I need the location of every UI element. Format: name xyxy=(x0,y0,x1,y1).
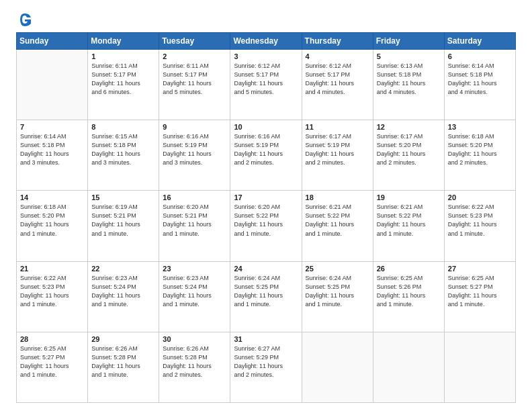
day-number: 2 xyxy=(163,52,226,60)
day-number: 16 xyxy=(163,193,226,201)
calendar-cell: 8Sunrise: 6:15 AM Sunset: 5:18 PM Daylig… xyxy=(88,120,159,191)
day-info: Sunrise: 6:17 AM Sunset: 5:20 PM Dayligh… xyxy=(377,132,441,167)
day-number: 17 xyxy=(234,193,298,201)
calendar-week-2: 7Sunrise: 6:14 AM Sunset: 5:18 PM Daylig… xyxy=(17,120,516,191)
calendar-cell: 2Sunrise: 6:11 AM Sunset: 5:17 PM Daylig… xyxy=(159,50,230,120)
calendar-header-tuesday: Tuesday xyxy=(159,33,230,50)
day-info: Sunrise: 6:18 AM Sunset: 5:20 PM Dayligh… xyxy=(20,203,84,238)
day-number: 26 xyxy=(377,265,441,273)
calendar-week-5: 28Sunrise: 6:25 AM Sunset: 5:27 PM Dayli… xyxy=(17,332,516,402)
calendar-header-row: SundayMondayTuesdayWednesdayThursdayFrid… xyxy=(17,33,516,50)
day-info: Sunrise: 6:24 AM Sunset: 5:25 PM Dayligh… xyxy=(306,274,369,309)
day-number: 15 xyxy=(91,193,155,201)
calendar-cell: 26Sunrise: 6:25 AM Sunset: 5:26 PM Dayli… xyxy=(373,261,444,332)
calendar-cell: 13Sunrise: 6:18 AM Sunset: 5:20 PM Dayli… xyxy=(444,120,515,191)
day-info: Sunrise: 6:26 AM Sunset: 5:28 PM Dayligh… xyxy=(91,345,155,379)
day-info: Sunrise: 6:16 AM Sunset: 5:19 PM Dayligh… xyxy=(163,132,226,167)
day-info: Sunrise: 6:14 AM Sunset: 5:18 PM Dayligh… xyxy=(448,62,512,97)
day-number: 22 xyxy=(91,265,155,273)
calendar-cell: 12Sunrise: 6:17 AM Sunset: 5:20 PM Dayli… xyxy=(373,120,444,191)
calendar-header-saturday: Saturday xyxy=(444,33,515,50)
day-info: Sunrise: 6:22 AM Sunset: 5:23 PM Dayligh… xyxy=(448,203,512,238)
calendar-cell: 23Sunrise: 6:23 AM Sunset: 5:24 PM Dayli… xyxy=(159,261,230,332)
day-number: 19 xyxy=(377,193,441,201)
calendar-week-4: 21Sunrise: 6:22 AM Sunset: 5:23 PM Dayli… xyxy=(17,261,516,332)
logo xyxy=(16,12,32,27)
day-number: 3 xyxy=(234,52,298,60)
day-info: Sunrise: 6:20 AM Sunset: 5:21 PM Dayligh… xyxy=(163,203,226,238)
calendar-cell: 17Sunrise: 6:20 AM Sunset: 5:22 PM Dayli… xyxy=(230,191,302,261)
day-number: 11 xyxy=(306,123,369,131)
calendar-header-monday: Monday xyxy=(88,33,159,50)
day-number: 29 xyxy=(91,335,155,343)
calendar-cell: 28Sunrise: 6:25 AM Sunset: 5:27 PM Dayli… xyxy=(17,332,88,402)
day-info: Sunrise: 6:25 AM Sunset: 5:27 PM Dayligh… xyxy=(20,345,84,379)
calendar-week-3: 14Sunrise: 6:18 AM Sunset: 5:20 PM Dayli… xyxy=(17,191,516,261)
day-info: Sunrise: 6:24 AM Sunset: 5:25 PM Dayligh… xyxy=(234,274,298,309)
logo-icon xyxy=(17,12,32,27)
day-number: 21 xyxy=(20,265,84,273)
calendar-cell xyxy=(17,50,88,120)
day-number: 31 xyxy=(234,335,298,343)
calendar-cell: 11Sunrise: 6:17 AM Sunset: 5:19 PM Dayli… xyxy=(302,120,373,191)
calendar-cell: 29Sunrise: 6:26 AM Sunset: 5:28 PM Dayli… xyxy=(88,332,159,402)
calendar-cell: 4Sunrise: 6:12 AM Sunset: 5:17 PM Daylig… xyxy=(302,50,373,120)
calendar-header-friday: Friday xyxy=(373,33,444,50)
calendar-cell: 30Sunrise: 6:26 AM Sunset: 5:28 PM Dayli… xyxy=(159,332,230,402)
calendar-header-thursday: Thursday xyxy=(302,33,373,50)
day-number: 14 xyxy=(20,193,84,201)
day-info: Sunrise: 6:16 AM Sunset: 5:19 PM Dayligh… xyxy=(234,132,298,167)
calendar-cell: 1Sunrise: 6:11 AM Sunset: 5:17 PM Daylig… xyxy=(88,50,159,120)
day-number: 8 xyxy=(91,123,155,131)
day-number: 23 xyxy=(163,265,226,273)
calendar-cell: 6Sunrise: 6:14 AM Sunset: 5:18 PM Daylig… xyxy=(444,50,515,120)
day-number: 9 xyxy=(163,123,226,131)
calendar-cell: 18Sunrise: 6:21 AM Sunset: 5:22 PM Dayli… xyxy=(302,191,373,261)
day-number: 7 xyxy=(20,123,84,131)
calendar-cell: 22Sunrise: 6:23 AM Sunset: 5:24 PM Dayli… xyxy=(88,261,159,332)
day-number: 27 xyxy=(448,265,512,273)
day-number: 12 xyxy=(377,123,441,131)
day-number: 5 xyxy=(377,52,441,60)
day-number: 24 xyxy=(234,265,298,273)
calendar-cell: 31Sunrise: 6:27 AM Sunset: 5:29 PM Dayli… xyxy=(230,332,302,402)
day-number: 18 xyxy=(306,193,369,201)
day-info: Sunrise: 6:11 AM Sunset: 5:17 PM Dayligh… xyxy=(91,62,155,97)
calendar-cell: 10Sunrise: 6:16 AM Sunset: 5:19 PM Dayli… xyxy=(230,120,302,191)
day-number: 6 xyxy=(448,52,512,60)
day-info: Sunrise: 6:11 AM Sunset: 5:17 PM Dayligh… xyxy=(163,62,226,97)
day-info: Sunrise: 6:18 AM Sunset: 5:20 PM Dayligh… xyxy=(448,132,512,167)
header xyxy=(16,12,516,27)
day-number: 4 xyxy=(306,52,369,60)
calendar-cell: 20Sunrise: 6:22 AM Sunset: 5:23 PM Dayli… xyxy=(444,191,515,261)
day-info: Sunrise: 6:17 AM Sunset: 5:19 PM Dayligh… xyxy=(306,132,369,167)
day-info: Sunrise: 6:14 AM Sunset: 5:18 PM Dayligh… xyxy=(20,132,84,167)
day-info: Sunrise: 6:25 AM Sunset: 5:27 PM Dayligh… xyxy=(448,274,512,309)
day-info: Sunrise: 6:13 AM Sunset: 5:18 PM Dayligh… xyxy=(377,62,441,97)
calendar-table: SundayMondayTuesdayWednesdayThursdayFrid… xyxy=(16,32,516,403)
logo-text xyxy=(16,12,32,27)
day-info: Sunrise: 6:21 AM Sunset: 5:22 PM Dayligh… xyxy=(377,203,441,238)
calendar-cell: 16Sunrise: 6:20 AM Sunset: 5:21 PM Dayli… xyxy=(159,191,230,261)
day-info: Sunrise: 6:12 AM Sunset: 5:17 PM Dayligh… xyxy=(306,62,369,97)
calendar-header-sunday: Sunday xyxy=(17,33,88,50)
day-number: 1 xyxy=(91,52,155,60)
day-info: Sunrise: 6:19 AM Sunset: 5:21 PM Dayligh… xyxy=(91,203,155,238)
calendar-cell xyxy=(444,332,515,402)
day-number: 30 xyxy=(163,335,226,343)
day-number: 10 xyxy=(234,123,298,131)
calendar-cell: 9Sunrise: 6:16 AM Sunset: 5:19 PM Daylig… xyxy=(159,120,230,191)
day-info: Sunrise: 6:26 AM Sunset: 5:28 PM Dayligh… xyxy=(163,345,226,379)
calendar-cell: 14Sunrise: 6:18 AM Sunset: 5:20 PM Dayli… xyxy=(17,191,88,261)
day-info: Sunrise: 6:20 AM Sunset: 5:22 PM Dayligh… xyxy=(234,203,298,238)
day-number: 20 xyxy=(448,193,512,201)
calendar-cell: 25Sunrise: 6:24 AM Sunset: 5:25 PM Dayli… xyxy=(302,261,373,332)
day-number: 13 xyxy=(448,123,512,131)
day-info: Sunrise: 6:23 AM Sunset: 5:24 PM Dayligh… xyxy=(91,274,155,309)
day-info: Sunrise: 6:27 AM Sunset: 5:29 PM Dayligh… xyxy=(234,345,298,379)
calendar-cell: 24Sunrise: 6:24 AM Sunset: 5:25 PM Dayli… xyxy=(230,261,302,332)
day-number: 28 xyxy=(20,335,84,343)
calendar-cell xyxy=(373,332,444,402)
calendar-cell: 5Sunrise: 6:13 AM Sunset: 5:18 PM Daylig… xyxy=(373,50,444,120)
calendar-cell: 7Sunrise: 6:14 AM Sunset: 5:18 PM Daylig… xyxy=(17,120,88,191)
